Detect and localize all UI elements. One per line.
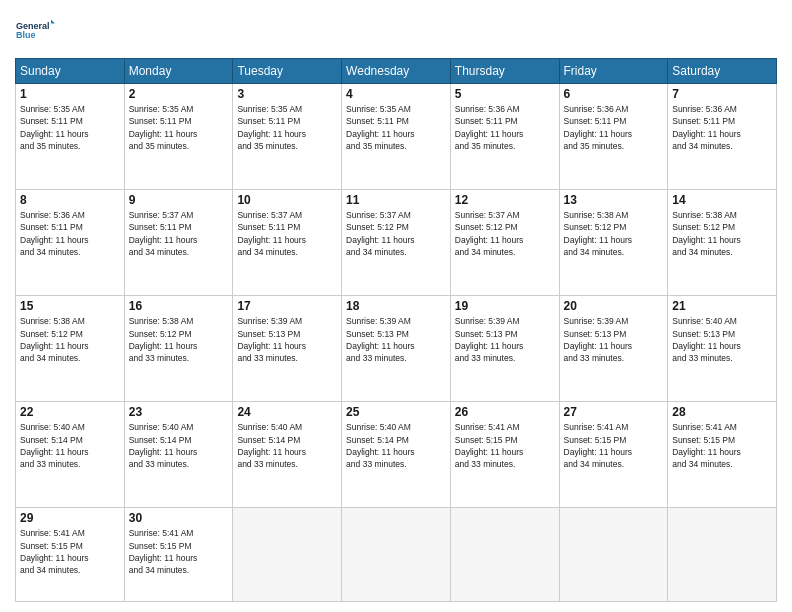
calendar-cell: 17Sunrise: 5:39 AMSunset: 5:13 PMDayligh…: [233, 296, 342, 402]
day-info: Sunrise: 5:37 AMSunset: 5:12 PMDaylight:…: [346, 209, 446, 258]
day-info: Sunrise: 5:39 AMSunset: 5:13 PMDaylight:…: [564, 315, 664, 364]
svg-marker-2: [51, 20, 55, 24]
calendar-cell: 5Sunrise: 5:36 AMSunset: 5:11 PMDaylight…: [450, 84, 559, 190]
calendar-cell: [342, 508, 451, 602]
calendar-cell: 19Sunrise: 5:39 AMSunset: 5:13 PMDayligh…: [450, 296, 559, 402]
calendar-cell: 8Sunrise: 5:36 AMSunset: 5:11 PMDaylight…: [16, 190, 125, 296]
day-info: Sunrise: 5:41 AMSunset: 5:15 PMDaylight:…: [20, 527, 120, 576]
day-info: Sunrise: 5:41 AMSunset: 5:15 PMDaylight:…: [129, 527, 229, 576]
day-info: Sunrise: 5:39 AMSunset: 5:13 PMDaylight:…: [346, 315, 446, 364]
calendar-cell: 25Sunrise: 5:40 AMSunset: 5:14 PMDayligh…: [342, 402, 451, 508]
calendar-week-3: 15Sunrise: 5:38 AMSunset: 5:12 PMDayligh…: [16, 296, 777, 402]
weekday-header-thursday: Thursday: [450, 59, 559, 84]
day-number: 12: [455, 193, 555, 207]
day-number: 2: [129, 87, 229, 101]
day-number: 24: [237, 405, 337, 419]
day-number: 6: [564, 87, 664, 101]
day-number: 15: [20, 299, 120, 313]
day-info: Sunrise: 5:36 AMSunset: 5:11 PMDaylight:…: [672, 103, 772, 152]
logo: General Blue: [15, 10, 55, 50]
weekday-header-tuesday: Tuesday: [233, 59, 342, 84]
calendar-cell: 14Sunrise: 5:38 AMSunset: 5:12 PMDayligh…: [668, 190, 777, 296]
weekday-header-friday: Friday: [559, 59, 668, 84]
day-number: 28: [672, 405, 772, 419]
day-number: 18: [346, 299, 446, 313]
calendar-week-2: 8Sunrise: 5:36 AMSunset: 5:11 PMDaylight…: [16, 190, 777, 296]
calendar-cell: 18Sunrise: 5:39 AMSunset: 5:13 PMDayligh…: [342, 296, 451, 402]
day-info: Sunrise: 5:35 AMSunset: 5:11 PMDaylight:…: [20, 103, 120, 152]
calendar-cell: 24Sunrise: 5:40 AMSunset: 5:14 PMDayligh…: [233, 402, 342, 508]
day-number: 20: [564, 299, 664, 313]
header: General Blue: [15, 10, 777, 50]
day-info: Sunrise: 5:39 AMSunset: 5:13 PMDaylight:…: [237, 315, 337, 364]
day-number: 29: [20, 511, 120, 525]
day-info: Sunrise: 5:35 AMSunset: 5:11 PMDaylight:…: [129, 103, 229, 152]
logo-svg: General Blue: [15, 10, 55, 50]
day-number: 25: [346, 405, 446, 419]
day-info: Sunrise: 5:35 AMSunset: 5:11 PMDaylight:…: [346, 103, 446, 152]
weekday-header-row: SundayMondayTuesdayWednesdayThursdayFrid…: [16, 59, 777, 84]
calendar-cell: 3Sunrise: 5:35 AMSunset: 5:11 PMDaylight…: [233, 84, 342, 190]
calendar-cell: [559, 508, 668, 602]
day-info: Sunrise: 5:40 AMSunset: 5:14 PMDaylight:…: [346, 421, 446, 470]
calendar-cell: 11Sunrise: 5:37 AMSunset: 5:12 PMDayligh…: [342, 190, 451, 296]
calendar-week-4: 22Sunrise: 5:40 AMSunset: 5:14 PMDayligh…: [16, 402, 777, 508]
day-info: Sunrise: 5:36 AMSunset: 5:11 PMDaylight:…: [20, 209, 120, 258]
weekday-header-wednesday: Wednesday: [342, 59, 451, 84]
day-info: Sunrise: 5:35 AMSunset: 5:11 PMDaylight:…: [237, 103, 337, 152]
calendar-cell: 1Sunrise: 5:35 AMSunset: 5:11 PMDaylight…: [16, 84, 125, 190]
calendar-cell: 29Sunrise: 5:41 AMSunset: 5:15 PMDayligh…: [16, 508, 125, 602]
calendar-week-1: 1Sunrise: 5:35 AMSunset: 5:11 PMDaylight…: [16, 84, 777, 190]
day-number: 5: [455, 87, 555, 101]
calendar-cell: 27Sunrise: 5:41 AMSunset: 5:15 PMDayligh…: [559, 402, 668, 508]
calendar-cell: 2Sunrise: 5:35 AMSunset: 5:11 PMDaylight…: [124, 84, 233, 190]
calendar-cell: 9Sunrise: 5:37 AMSunset: 5:11 PMDaylight…: [124, 190, 233, 296]
day-number: 16: [129, 299, 229, 313]
day-number: 9: [129, 193, 229, 207]
calendar-table: SundayMondayTuesdayWednesdayThursdayFrid…: [15, 58, 777, 602]
calendar-cell: 7Sunrise: 5:36 AMSunset: 5:11 PMDaylight…: [668, 84, 777, 190]
day-number: 26: [455, 405, 555, 419]
calendar-cell: 22Sunrise: 5:40 AMSunset: 5:14 PMDayligh…: [16, 402, 125, 508]
day-number: 14: [672, 193, 772, 207]
day-number: 8: [20, 193, 120, 207]
day-info: Sunrise: 5:36 AMSunset: 5:11 PMDaylight:…: [564, 103, 664, 152]
day-info: Sunrise: 5:40 AMSunset: 5:14 PMDaylight:…: [237, 421, 337, 470]
calendar-cell: 21Sunrise: 5:40 AMSunset: 5:13 PMDayligh…: [668, 296, 777, 402]
day-number: 19: [455, 299, 555, 313]
calendar-cell: 20Sunrise: 5:39 AMSunset: 5:13 PMDayligh…: [559, 296, 668, 402]
day-number: 27: [564, 405, 664, 419]
calendar-cell: 15Sunrise: 5:38 AMSunset: 5:12 PMDayligh…: [16, 296, 125, 402]
day-info: Sunrise: 5:40 AMSunset: 5:14 PMDaylight:…: [20, 421, 120, 470]
day-number: 3: [237, 87, 337, 101]
calendar-cell: 16Sunrise: 5:38 AMSunset: 5:12 PMDayligh…: [124, 296, 233, 402]
svg-text:General: General: [16, 21, 50, 31]
day-number: 1: [20, 87, 120, 101]
calendar-cell: [450, 508, 559, 602]
day-info: Sunrise: 5:38 AMSunset: 5:12 PMDaylight:…: [20, 315, 120, 364]
day-info: Sunrise: 5:38 AMSunset: 5:12 PMDaylight:…: [672, 209, 772, 258]
day-info: Sunrise: 5:40 AMSunset: 5:13 PMDaylight:…: [672, 315, 772, 364]
weekday-header-sunday: Sunday: [16, 59, 125, 84]
calendar-cell: 4Sunrise: 5:35 AMSunset: 5:11 PMDaylight…: [342, 84, 451, 190]
calendar-week-5: 29Sunrise: 5:41 AMSunset: 5:15 PMDayligh…: [16, 508, 777, 602]
day-info: Sunrise: 5:37 AMSunset: 5:12 PMDaylight:…: [455, 209, 555, 258]
calendar-cell: 6Sunrise: 5:36 AMSunset: 5:11 PMDaylight…: [559, 84, 668, 190]
day-info: Sunrise: 5:41 AMSunset: 5:15 PMDaylight:…: [672, 421, 772, 470]
calendar-cell: 28Sunrise: 5:41 AMSunset: 5:15 PMDayligh…: [668, 402, 777, 508]
calendar-cell: 30Sunrise: 5:41 AMSunset: 5:15 PMDayligh…: [124, 508, 233, 602]
day-info: Sunrise: 5:40 AMSunset: 5:14 PMDaylight:…: [129, 421, 229, 470]
day-info: Sunrise: 5:39 AMSunset: 5:13 PMDaylight:…: [455, 315, 555, 364]
calendar-cell: 12Sunrise: 5:37 AMSunset: 5:12 PMDayligh…: [450, 190, 559, 296]
day-number: 10: [237, 193, 337, 207]
day-info: Sunrise: 5:37 AMSunset: 5:11 PMDaylight:…: [237, 209, 337, 258]
day-info: Sunrise: 5:41 AMSunset: 5:15 PMDaylight:…: [455, 421, 555, 470]
day-info: Sunrise: 5:41 AMSunset: 5:15 PMDaylight:…: [564, 421, 664, 470]
day-number: 17: [237, 299, 337, 313]
day-number: 11: [346, 193, 446, 207]
calendar-cell: [233, 508, 342, 602]
calendar-cell: 10Sunrise: 5:37 AMSunset: 5:11 PMDayligh…: [233, 190, 342, 296]
day-info: Sunrise: 5:36 AMSunset: 5:11 PMDaylight:…: [455, 103, 555, 152]
day-number: 4: [346, 87, 446, 101]
day-number: 21: [672, 299, 772, 313]
